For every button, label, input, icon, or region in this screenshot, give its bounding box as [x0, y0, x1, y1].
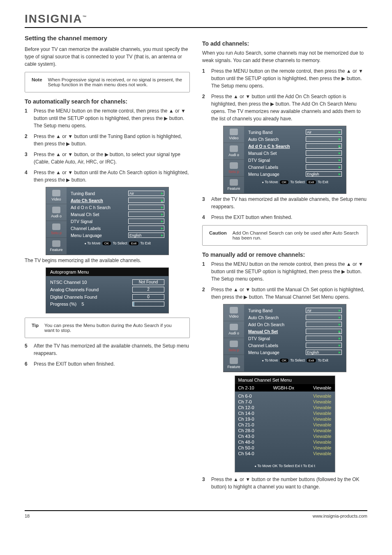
steps-addon: 1Press the MENU button on the remote con… [202, 67, 367, 122]
tip-text: You can press the Menu button during the… [44, 323, 183, 333]
feature-icon [230, 357, 238, 364]
setup-icon [230, 341, 238, 347]
feature-icon [230, 179, 238, 186]
page-footer: 18 www.insignia-products.com [25, 510, 367, 518]
note-box: Note When Progressive signal is received… [25, 72, 190, 92]
step-text: Press the MENU button on the remote cont… [211, 260, 367, 283]
audio-icon [52, 207, 60, 213]
brand-header: INSIGNIA™ [25, 12, 367, 28]
note-label: Note [32, 77, 42, 82]
step-text: Press the EXIT button when finished. [211, 214, 292, 221]
manual-ch-set-menu: Manual Channel Set Menu Ch 2-10 WGBH-Dx … [235, 375, 335, 472]
feature-icon [52, 240, 60, 247]
audio-icon [230, 324, 238, 330]
step-text: Press the ▲ or ▼ button until the Manual… [211, 286, 367, 301]
step-text: After the TV has memorized all the avail… [34, 342, 190, 357]
audio-icon [230, 145, 238, 152]
setup-icon [52, 223, 60, 230]
addon-intro: When you run Auto Search, some channels … [202, 49, 367, 64]
steps-manual: 1Press the MENU button on the remote con… [202, 260, 367, 301]
footer-url: www.insignia-products.com [313, 514, 367, 518]
autoprogram-menu: Autoprogram Menu NTSC Channel 10Not Foun… [46, 267, 169, 313]
step-text: Press the ▲ or ▼ button, or the ▶ button… [34, 151, 190, 166]
video-icon [230, 129, 238, 135]
caution-text: Add On Channel Search can only be used a… [233, 230, 360, 240]
manual-channel-list: Ch 6-0Viewable Ch 7-0Viewable Ch 12-0Vie… [235, 391, 335, 461]
intro-text: Before your TV can memorize the availabl… [25, 46, 190, 68]
step-text: Press the MENU button on the remote cont… [34, 107, 190, 129]
autoprogram-title: Autoprogram Menu [46, 268, 168, 276]
tv-setup-menu-manual: Video Audi o Setu p Feature Tuning BandA… [223, 304, 346, 372]
step-text: Press the EXIT button when finished. [34, 360, 115, 368]
steps-manual-cont: 3Press the ▲ or ▼ button or the number b… [202, 476, 367, 491]
tip-box: Tip You can press the Menu button during… [25, 318, 190, 338]
tv-setup-menu-auto: Video Audi o Setu p Feature Tuning BandA… [46, 187, 169, 255]
steps-auto-search: 1Press the MENU button on the remote con… [25, 107, 190, 184]
manual-menu-title: Manual Channel Set Menu [235, 376, 335, 384]
subheading-manual: To manually add or remove channels: [202, 251, 367, 258]
caution-label: Caution [209, 230, 227, 235]
steps-addon-cont: 3After the TV has memorized all the avai… [202, 196, 367, 221]
tv-setup-menu-addon: Video Audi o Setu p Feature Tuning BandA… [223, 126, 346, 194]
section-heading: Setting the channel memory [25, 35, 190, 41]
subheading-auto-search: To automatically search for channels: [25, 98, 190, 105]
step-text: Press the ▲ or ▼ button until the Tuning… [34, 133, 190, 147]
subheading-addon: To add channels: [202, 40, 367, 47]
note-text: When Progressive signal is received, or … [48, 77, 183, 87]
step-text: Press the ▲ or ▼ button until the Add On… [211, 93, 367, 122]
setup-icon [230, 162, 238, 169]
tip-label: Tip [32, 323, 39, 328]
video-icon [230, 307, 238, 313]
step-continuation: The TV begins memorizing all the availab… [25, 257, 190, 264]
video-icon [52, 190, 60, 196]
brand-logo: INSIGNIA™ [25, 12, 87, 25]
step-text: After the TV has memorized all the avail… [211, 196, 367, 210]
step-text: Press the ▲ or ▼ button until the Auto C… [34, 170, 189, 183]
step-text: Press the MENU button on the remote cont… [211, 67, 367, 90]
steps-auto-search-cont: 5After the TV has memorized all the avai… [25, 342, 190, 368]
caution-box: Caution Add On Channel Search can only b… [202, 225, 367, 246]
page-number: 18 [25, 514, 30, 518]
step-text: Press the ▲ or ▼ button or the number bu… [211, 476, 367, 491]
